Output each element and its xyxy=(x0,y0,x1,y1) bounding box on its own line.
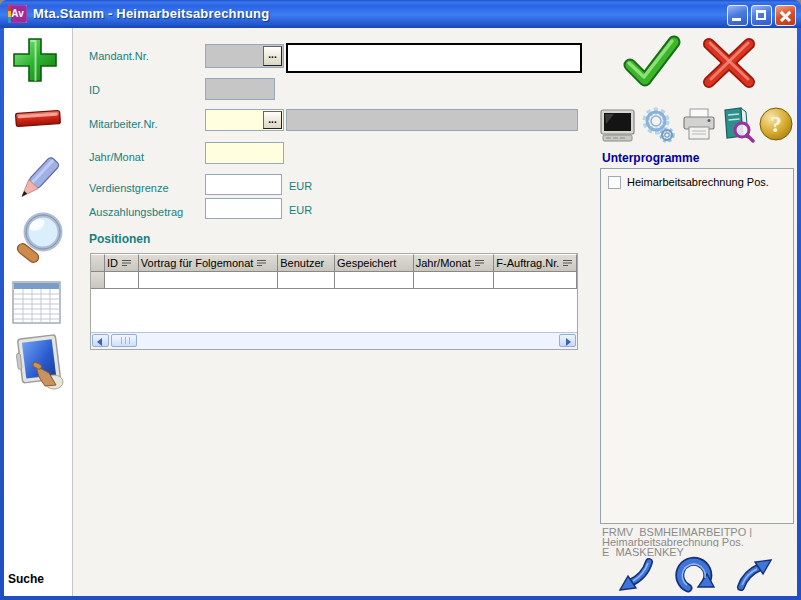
table-list-icon[interactable] xyxy=(12,281,62,329)
remove-icon[interactable] xyxy=(13,106,63,136)
window-title: Mta.Stamm - Heimarbeitsabrechnung xyxy=(33,6,269,21)
subprogram-label[interactable]: Heimarbeitsabrechnung Pos. xyxy=(627,176,769,188)
table-row[interactable] xyxy=(91,272,577,289)
cancel-x-icon[interactable] xyxy=(700,37,758,93)
select-screen-icon[interactable] xyxy=(12,333,66,395)
sort-filter-icon xyxy=(562,257,573,269)
column-header-benutzer[interactable]: Benutzer xyxy=(278,254,335,272)
scroll-right-icon xyxy=(566,338,571,346)
search-magnifier-icon[interactable] xyxy=(12,208,64,274)
refresh-icon[interactable] xyxy=(674,551,718,599)
unterprogramme-list: Heimarbeitsabrechnung Pos. xyxy=(600,168,794,524)
minimize-icon xyxy=(732,18,741,21)
mitarbeiter-label: Mitarbeiter.Nr. xyxy=(89,118,157,130)
jahrmonat-label: Jahr/Monat xyxy=(89,151,144,163)
mitarbeiter-lookup-button[interactable]: ... xyxy=(263,111,282,129)
mandant-label: Mandant.Nr. xyxy=(89,50,149,62)
id-field xyxy=(205,78,275,100)
grid-header-row: ID Vortrag für Folgemonat Benutzer Gespe… xyxy=(91,254,577,272)
column-header-vortrag[interactable]: Vortrag für Folgemonat xyxy=(139,254,278,272)
status-line: FRMV_BSMHEIMARBEITPO | xyxy=(602,527,794,537)
jahrmonat-field[interactable] xyxy=(205,142,284,164)
positionen-heading: Positionen xyxy=(89,232,150,246)
document-search-icon[interactable] xyxy=(719,106,755,148)
suche-label: Suche xyxy=(8,572,44,586)
verdienstgrenze-unit: EUR xyxy=(289,180,312,192)
status-line: Heimarbeitsabrechnung Pos. xyxy=(602,537,794,547)
sort-filter-icon xyxy=(256,257,267,269)
column-header-fauftrag[interactable]: F-Auftrag.Nr. xyxy=(494,254,577,272)
column-header-gespeichert[interactable]: Gespeichert xyxy=(335,254,414,272)
mitarbeiter-name-field xyxy=(286,109,578,131)
sort-filter-icon xyxy=(474,257,485,269)
print-icon[interactable] xyxy=(681,107,717,147)
auszahlungsbetrag-field[interactable] xyxy=(205,198,282,219)
add-icon[interactable] xyxy=(11,36,59,90)
column-header-id[interactable]: ID xyxy=(105,254,139,272)
edit-pencil-icon[interactable] xyxy=(14,150,62,214)
scroll-left-button[interactable] xyxy=(92,334,109,347)
auszahlungsbetrag-label: Auszahlungsbetrag xyxy=(89,206,183,218)
maximize-icon xyxy=(756,10,766,20)
app-icon: Av xyxy=(8,5,27,23)
svg-text:?: ? xyxy=(770,112,782,137)
arrow-forward-icon[interactable] xyxy=(736,557,774,595)
horizontal-scrollbar[interactable] xyxy=(91,332,577,349)
positionen-grid: ID Vortrag für Folgemonat Benutzer Gespe… xyxy=(90,253,578,350)
scrollbar-thumb[interactable] xyxy=(111,334,137,347)
grid-corner-cell xyxy=(91,254,105,272)
id-label: ID xyxy=(89,84,100,96)
help-icon[interactable]: ? xyxy=(758,106,794,146)
auszahlungsbetrag-unit: EUR xyxy=(289,204,312,216)
sort-filter-icon xyxy=(121,257,132,269)
ok-check-icon[interactable] xyxy=(618,33,682,97)
mandant-value-field[interactable] xyxy=(286,43,582,73)
verdienstgrenze-label: Verdienstgrenze xyxy=(89,182,169,194)
mitarbeiter-lookup-field[interactable]: ... xyxy=(205,109,284,131)
app-window: Av Mta.Stamm - Heimarbeitsabrechnung xyxy=(0,0,801,600)
title-bar: Av Mta.Stamm - Heimarbeitsabrechnung xyxy=(0,0,801,28)
arrow-back-icon[interactable] xyxy=(617,558,655,598)
verdienstgrenze-field[interactable] xyxy=(205,174,282,195)
column-header-jahrmonat[interactable]: Jahr/Monat xyxy=(414,254,495,272)
close-button[interactable] xyxy=(775,5,796,26)
row-selector-cell[interactable] xyxy=(91,272,105,289)
scroll-right-button[interactable] xyxy=(559,334,576,347)
subprogram-checkbox[interactable] xyxy=(608,176,621,189)
mandant-lookup-button[interactable]: ... xyxy=(263,46,282,66)
minimize-button[interactable] xyxy=(727,5,748,26)
mandant-lookup-field: ... xyxy=(205,44,284,68)
unterprogramme-heading: Unterprogramme xyxy=(602,151,699,165)
scroll-left-icon xyxy=(97,338,102,346)
settings-gears-icon[interactable] xyxy=(641,106,677,148)
maximize-button[interactable] xyxy=(751,5,772,26)
monitor-icon[interactable] xyxy=(600,107,636,147)
app-icon-label: Av xyxy=(11,8,23,19)
